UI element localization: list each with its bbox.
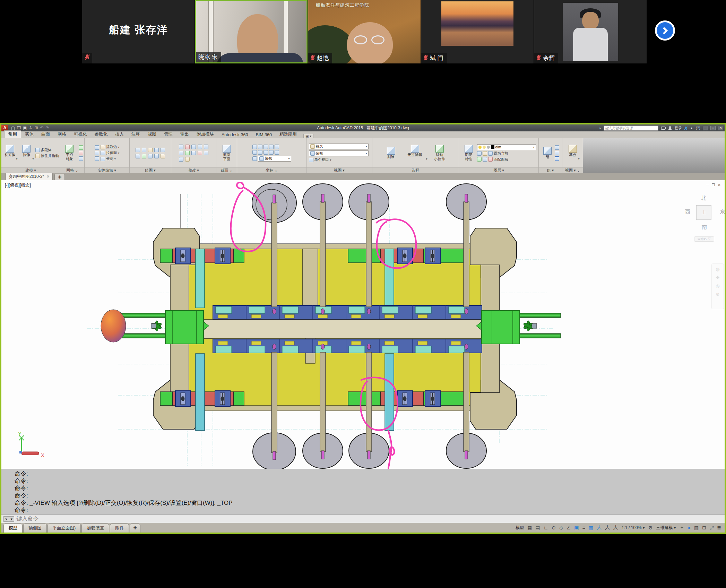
annotation-monitor-icon[interactable]: ▥	[694, 525, 699, 530]
viewcube-north[interactable]: 北	[701, 195, 706, 201]
tab-mesh[interactable]: 网格	[54, 131, 70, 138]
tab-axonometric[interactable]: 轴侧图	[23, 524, 47, 533]
undo-icon[interactable]: ↶	[40, 126, 44, 130]
visual-style-dropdown[interactable]: 概念▾	[309, 144, 369, 149]
orbit-icon[interactable]: ⊕	[716, 292, 720, 297]
extract-edge-button[interactable]: 提取边▾	[101, 145, 120, 149]
polysolid-button[interactable]: 多段体	[35, 148, 52, 153]
group-select-icon[interactable]	[555, 156, 559, 161]
viewcube-east[interactable]: 东	[720, 209, 725, 215]
ucs-object-icon[interactable]	[275, 145, 279, 149]
tab-visualize[interactable]: 可视化	[70, 131, 91, 138]
filter-button[interactable]: 无过滤器▾	[403, 145, 427, 161]
extrude-button[interactable]: 拉伸▾	[19, 145, 34, 161]
tab-output[interactable]: 输出	[176, 131, 193, 138]
new-layout-button[interactable]: ✚	[130, 524, 140, 533]
command-prompt-icon[interactable]: >_ ▾	[3, 516, 14, 522]
mesh-reduce-icon[interactable]	[79, 151, 83, 155]
customization-plus-icon[interactable]: ＋	[680, 525, 684, 531]
ucs-zaxis-icon[interactable]	[269, 150, 274, 155]
zoom-icon[interactable]: ◎	[716, 283, 719, 288]
group-edit-icon[interactable]	[555, 151, 559, 155]
participant-tile[interactable]: 船舶海洋与建筑工程学院 赵恺	[308, 0, 421, 63]
viewcube[interactable]: 北 西 东 南 上 未命名 ▽	[680, 189, 725, 245]
tab-solid[interactable]: 实体	[21, 131, 37, 138]
offset-icon[interactable]	[179, 157, 183, 162]
ucs-previous-icon[interactable]	[263, 145, 268, 149]
workspace-gear-icon[interactable]: ⚙	[648, 525, 653, 530]
ucs-y-icon[interactable]	[258, 150, 262, 155]
hatch-icon[interactable]	[161, 154, 165, 158]
ungroup-icon[interactable]	[555, 145, 559, 150]
extrude-face-button[interactable]: 拉伸面▾	[101, 150, 120, 155]
ucs-world-icon[interactable]	[258, 145, 262, 149]
object-snap-icon[interactable]: ▣	[574, 525, 579, 530]
ucs-icon[interactable]	[252, 145, 257, 149]
close-button[interactable]: ✕	[718, 126, 723, 130]
panel-label[interactable]: 视图 ▾	[306, 167, 372, 173]
viewcube-top-face[interactable]: 上	[696, 205, 711, 220]
tab-insert[interactable]: 插入	[111, 131, 128, 138]
circle-icon[interactable]	[154, 148, 159, 152]
line-icon[interactable]	[136, 148, 140, 152]
base-view-button[interactable]: 基点▾	[566, 145, 580, 161]
hardware-acceleration-icon[interactable]: ●	[688, 525, 691, 530]
new-drawing-tab-button[interactable]: ✚	[54, 174, 65, 180]
tab-model[interactable]: 模型	[3, 524, 23, 533]
array-icon[interactable]	[191, 151, 196, 155]
save-icon[interactable]: ▣	[23, 126, 27, 130]
tab-parametric[interactable]: 参数化	[91, 131, 112, 138]
object-snap-tracking-icon[interactable]: ∠	[567, 525, 571, 530]
union-icon[interactable]	[95, 145, 99, 150]
viewcube-menu[interactable]: 未命名 ▽	[694, 236, 714, 242]
drawing-canvas[interactable]: Y X [-][俯视][概念] ─ ❐ ✕ 北 西 东 南 上 未命名 ▽ ◍ …	[1, 180, 725, 469]
tab-bim360[interactable]: BIM 360	[252, 132, 276, 138]
xline-icon[interactable]	[136, 154, 140, 158]
panel-label[interactable]: 选择	[372, 167, 459, 173]
layer-dropdown[interactable]: dim▾	[477, 144, 536, 150]
isometric-drafting-icon[interactable]: ◇	[559, 525, 563, 530]
tab-surface[interactable]: 曲面	[37, 131, 54, 138]
expand-search-icon[interactable]: ▸	[599, 126, 601, 130]
participant-tile[interactable]: 船建 张存洋	[82, 0, 195, 63]
intersect-icon[interactable]	[95, 156, 99, 161]
transparency-icon[interactable]: ▩	[589, 525, 593, 530]
help-search-input[interactable]: 键入关键字或短语	[604, 126, 658, 131]
explode-icon[interactable]	[204, 151, 208, 155]
tab-plan-elevation[interactable]: 平面立面图)	[47, 524, 81, 533]
lineweight-icon[interactable]: ≡	[582, 525, 585, 530]
annotation-scale-value[interactable]: 1:1 / 100% ▾	[622, 525, 645, 530]
navigation-bar[interactable]: ◍ ✥ ◎ ⊕	[711, 263, 724, 309]
ribbon-display-toggle[interactable]: ▣ ▾	[303, 134, 313, 138]
ucs-3point-icon[interactable]	[275, 150, 279, 155]
ucs-x-icon[interactable]	[252, 150, 257, 155]
layer-properties-button[interactable]: 图层特性	[462, 145, 476, 161]
panel-label[interactable]: 视图 ▾ ⌄	[562, 167, 583, 173]
snap-icon[interactable]: ▤	[535, 525, 540, 530]
tab-addins[interactable]: 附加模块	[193, 131, 218, 138]
participant-tile[interactable]: 斌 闫	[421, 0, 534, 63]
autodesk360-icon[interactable]: X	[684, 126, 688, 131]
erase-icon[interactable]	[198, 151, 202, 155]
panel-label[interactable]: 坐标 ⌄	[237, 167, 306, 173]
subtract-icon[interactable]	[95, 151, 99, 155]
smooth-object-button[interactable]: 平滑对象	[61, 145, 77, 161]
save-as-icon[interactable]: ⇩	[29, 126, 32, 130]
panel-label[interactable]: 建模 ▾	[1, 167, 60, 173]
workspace-switcher[interactable]: 三维建模 ▾	[656, 525, 676, 531]
steering-wheel-icon[interactable]: ◍	[716, 267, 719, 272]
trim-icon[interactable]	[191, 145, 196, 149]
copy-icon[interactable]	[198, 145, 202, 149]
group-button[interactable]: 组	[542, 147, 553, 159]
scale-icon[interactable]	[185, 151, 190, 155]
mesh-crease-icon[interactable]	[79, 156, 83, 161]
panel-label[interactable]: 网格 ⌄	[60, 167, 84, 173]
drawing-file-tab[interactable]: 赛题中的图2010-3*✕	[6, 173, 53, 180]
tab-featured-apps[interactable]: 精选应用	[276, 131, 301, 138]
doc-minimize-icon[interactable]: ─	[705, 183, 710, 187]
match-layer-button[interactable]: 匹配图层	[477, 157, 508, 162]
stretch-icon[interactable]	[185, 157, 190, 162]
command-input[interactable]: 键入命令	[16, 515, 38, 522]
mesh-refine-icon[interactable]	[79, 145, 83, 150]
fillet-icon[interactable]	[179, 151, 183, 155]
